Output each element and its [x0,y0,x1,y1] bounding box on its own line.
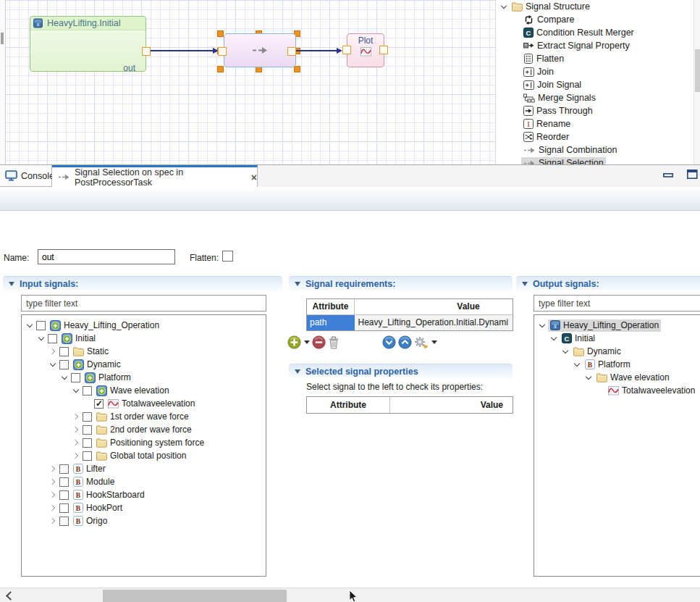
selection-handle[interactable] [217,66,224,72]
tree-item-signal-selection[interactable]: Signal Selection [496,156,693,164]
tree-item-initial[interactable]: CInitial [534,332,700,345]
add-button[interactable] [287,335,310,349]
scroll-left-arrow-icon[interactable] [6,591,15,601]
input-port[interactable] [342,46,351,54]
expand-chevron-icon[interactable] [71,451,81,461]
attribute-cell[interactable]: path [307,315,355,331]
section-header-output-signals[interactable]: Output signals: [516,276,700,291]
tree-item-1st-order-wave-force[interactable]: 1st order wave force [22,410,266,423]
checkbox[interactable] [48,334,57,343]
tree-item-signal-structure[interactable]: Signal Structure [496,0,693,13]
tree-item-hookport[interactable]: BHookPort [22,501,266,514]
flatten-checkbox[interactable] [222,251,233,262]
checkbox[interactable] [59,347,69,356]
collapse-twisty-icon[interactable] [9,282,14,286]
tree-item-platform[interactable]: Platform [22,371,266,384]
expand-chevron-icon[interactable] [48,346,58,356]
minimize-view-icon[interactable] [663,173,673,177]
scrollbar-thumb[interactable] [103,590,287,602]
expand-chevron-icon[interactable] [48,516,58,526]
tree-item-wave-elevation[interactable]: Wave elevation [22,384,266,397]
column-header-attribute[interactable]: Attribute [307,397,390,413]
name-input[interactable] [38,249,175,264]
tree-item-dynamic[interactable]: Dynamic [22,358,266,371]
tree-item-pass-through[interactable]: Pass Through [496,104,693,117]
tree-item-initial[interactable]: Initial [22,332,266,345]
node-signal-selection[interactable] [224,33,296,67]
tree-item-join[interactable]: Join [496,65,693,78]
collapse-chevron-icon[interactable] [71,385,81,396]
move-up-button[interactable] [398,335,412,349]
expand-chevron-icon[interactable] [48,490,58,500]
tree-item-dynamic[interactable]: Dynamic [534,345,700,358]
dropdown-caret-icon[interactable] [431,340,437,344]
collapse-chevron-icon[interactable] [549,333,559,343]
tree-item-totalwaveelevation[interactable]: Totalwaveelevation [22,397,266,410]
settings-button[interactable] [414,336,437,349]
tab-console[interactable]: Console [0,165,52,187]
expand-chevron-icon[interactable] [71,411,81,422]
checkbox[interactable] [83,425,92,435]
column-header-attribute[interactable]: Attribute [307,299,355,314]
tree-item-hookstarboard[interactable]: BHookStarboard [22,488,266,501]
move-down-button[interactable] [382,335,396,349]
connection-edge[interactable] [296,50,337,51]
collapse-chevron-icon[interactable] [59,372,69,382]
output-port[interactable] [142,47,151,56]
expand-chevron-icon[interactable] [48,464,58,474]
tree-item-compare[interactable]: Compare [496,13,693,26]
expand-chevron-icon[interactable] [71,425,81,435]
tree-item-merge-signals[interactable]: Merge Signals [496,91,693,104]
collapse-twisty-icon[interactable] [522,282,528,286]
tree-item-totalwaveelevation[interactable]: Totalwaveelevation [534,384,700,397]
checkbox[interactable] [59,503,69,513]
tree-item-join-signal[interactable]: Join Signal [496,78,693,91]
tree-item-platform[interactable]: BPlatform [534,358,700,371]
close-icon[interactable]: × [251,172,257,183]
output-signals-filter[interactable] [534,295,700,312]
checkbox[interactable] [83,451,92,461]
value-cell[interactable]: Heavy_Lifting_Operation.Initial.Dynami [355,315,514,331]
tree-item-origo[interactable]: BOrigo [22,514,266,527]
expand-chevron-icon[interactable] [48,503,58,513]
tree-item-heavy-lifting-operation[interactable]: Heavy_Lifting_Operation [22,319,266,332]
collapse-chevron-icon[interactable] [499,1,509,12]
tree-item-wave-elevation[interactable]: Wave elevation [534,371,700,384]
section-header-input-signals[interactable]: Input signals: [3,276,282,291]
collapse-twisty-icon[interactable] [295,282,300,286]
section-header-signal-requirements[interactable]: Signal requirements: [289,276,513,291]
output-port[interactable] [379,46,388,54]
collapse-chevron-icon[interactable] [537,320,547,330]
maximize-view-icon[interactable] [687,170,698,179]
tree-item-global-total-position[interactable]: Global total position [22,449,266,462]
tree-item-module[interactable]: BModule [22,475,266,488]
node-heavylifting-initial[interactable]: s HeavyLifting.Initial out [30,16,146,72]
checkbox[interactable] [59,360,69,369]
connection-edge[interactable] [151,50,214,51]
checkbox[interactable] [59,464,69,474]
delete-button[interactable] [328,336,340,349]
expand-chevron-icon[interactable] [48,477,58,487]
collapse-chevron-icon[interactable] [48,359,58,369]
checkbox[interactable] [59,477,69,487]
checkbox[interactable] [36,321,46,330]
expand-chevron-icon[interactable] [71,438,81,448]
scrollbar-thumb[interactable] [695,49,700,92]
section-header-selected-signal-properties[interactable]: Selected signal properties [289,364,513,379]
remove-button[interactable] [312,335,326,349]
column-header-value[interactable]: Value [355,299,513,314]
checkbox-checked[interactable] [94,399,104,409]
tree-item-positioning-system-force[interactable]: Positioning system force [22,436,266,449]
collapse-chevron-icon[interactable] [25,320,35,330]
table-row[interactable]: path Heavy_Lifting_Operation.Initial.Dyn… [307,315,513,331]
tree-item-reorder[interactable]: Reorder [496,130,693,143]
tree-item-extract-signal-property[interactable]: Extract Signal Property [496,39,693,52]
diagram-canvas[interactable]: s HeavyLifting.Initial out Plot [0,0,495,164]
collapse-twisty-icon[interactable] [295,369,300,374]
tab-signal-selection[interactable]: Signal Selection on spec in PostProcesso… [52,165,258,187]
tree-item-flatten[interactable]: Flatten [496,52,693,65]
collapse-chevron-icon[interactable] [36,333,46,343]
checkbox[interactable] [59,517,69,526]
tree-item-signal-combination[interactable]: Signal Combination [496,143,693,156]
selection-handle[interactable] [217,30,224,37]
